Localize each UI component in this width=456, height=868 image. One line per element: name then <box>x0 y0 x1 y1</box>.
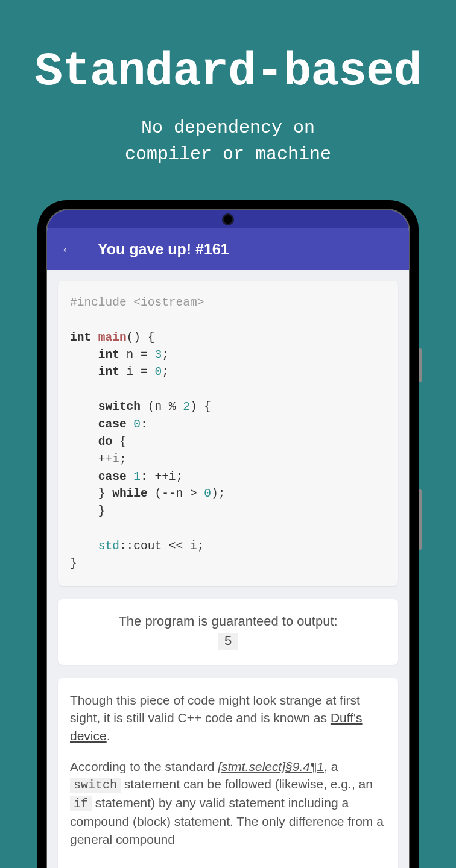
code-token: (--n > <box>148 487 204 500</box>
explanation-text: , a <box>324 760 338 773</box>
code-token: n = <box>119 348 155 362</box>
explanation-paragraph: According to the standard [stmt.select]§… <box>70 758 386 848</box>
code-token: std <box>98 539 119 553</box>
code-token: : ++i; <box>141 470 183 483</box>
phone-screen: ← You gave up! #161 #include <iostream> … <box>47 210 409 868</box>
code-token: ) { <box>190 400 211 414</box>
code-token: } <box>98 505 106 518</box>
phone-frame: ← You gave up! #161 #include <iostream> … <box>37 200 419 868</box>
code-token: do <box>98 435 112 448</box>
inline-code: if <box>70 796 92 811</box>
output-value: 5 <box>218 633 238 650</box>
phone-camera-notch <box>222 213 234 225</box>
code-token: ); <box>211 487 225 500</box>
hero-subtitle-line1: No dependency on <box>141 118 315 138</box>
code-token: ++i; <box>98 453 127 466</box>
explanation-text: statement) by any valid statement includ… <box>70 796 384 846</box>
code-token: () { <box>127 331 155 344</box>
standard-reference-link[interactable]: [stmt.select]§9.4¶1 <box>218 760 324 773</box>
explanation-text: Though this piece of code might look str… <box>70 693 360 725</box>
code-token: switch <box>98 400 141 414</box>
phone-side-button <box>419 489 422 550</box>
phone-side-button <box>419 348 422 382</box>
hero-subtitle-line2: compiler or machine <box>125 144 331 165</box>
hero-subtitle: No dependency on compiler or machine <box>0 115 456 168</box>
output-card: The program is guaranteed to output: 5 <box>58 599 398 665</box>
code-token: 1 <box>133 470 141 483</box>
code-block: #include <iostream> int main() { int n =… <box>58 281 398 586</box>
code-token: i = <box>119 365 155 379</box>
code-token: 3 <box>154 348 162 362</box>
code-token: 2 <box>183 400 190 414</box>
app-bar: ← You gave up! #161 <box>47 228 409 270</box>
content-area: #include <iostream> int main() { int n =… <box>47 270 409 868</box>
explanation-text: . <box>107 729 110 743</box>
code-token: ::cout << i; <box>119 539 204 553</box>
code-token: case <box>98 470 127 483</box>
code-token: <iostream> <box>133 296 204 309</box>
code-token: : <box>141 418 148 431</box>
code-token: ; <box>162 348 169 362</box>
code-token: while <box>112 487 148 500</box>
output-label: The program is guaranteed to output: <box>70 614 386 629</box>
code-token: } <box>98 487 112 500</box>
code-token: int <box>70 331 91 344</box>
code-token: int <box>98 348 119 362</box>
code-token: (n % <box>141 400 183 414</box>
code-token: main <box>98 331 127 344</box>
code-token: 0 <box>204 487 211 500</box>
code-token: #include <box>70 296 133 309</box>
explanation-text: statement can be followed (likewise, e.g… <box>121 777 373 791</box>
code-token: case <box>98 418 127 431</box>
explanation-paragraph: Though this piece of code might look str… <box>70 691 386 744</box>
explanation-text: According to the standard <box>70 760 218 773</box>
code-token: 0 <box>154 365 162 379</box>
code-token: } <box>70 557 77 570</box>
code-token: int <box>98 365 119 379</box>
app-bar-title: You gave up! #161 <box>98 241 229 258</box>
code-token: ; <box>162 365 169 379</box>
code-token: 0 <box>133 418 141 431</box>
back-arrow-icon[interactable]: ← <box>60 240 76 259</box>
explanation-card: Though this piece of code might look str… <box>58 678 398 868</box>
hero-title: Standard-based <box>0 45 456 98</box>
code-token: { <box>112 435 126 448</box>
inline-code: switch <box>70 778 121 793</box>
